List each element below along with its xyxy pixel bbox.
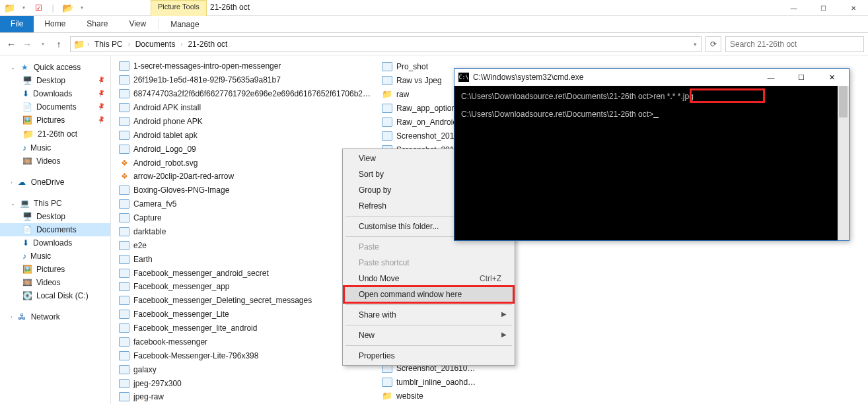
file-item[interactable]: Earth xyxy=(115,252,378,266)
search-input[interactable] xyxy=(730,40,859,49)
sidebar-item-pictures[interactable]: 🖼️Pictures xyxy=(0,114,110,127)
cmd-titlebar[interactable]: C:\ C:\Windows\system32\cmd.exe — ☐ ✕ xyxy=(454,69,849,86)
chevron-right-icon[interactable]: › xyxy=(127,41,131,48)
file-name: Facebook_messenger_Deleting_secret_messa… xyxy=(133,296,312,305)
file-item[interactable]: 687474703a2f2f6d6f6627761792e696e2e696d6… xyxy=(115,87,378,101)
file-name: Raw vs Jpeg xyxy=(396,76,442,85)
cmd-minimize-button[interactable]: — xyxy=(758,69,784,86)
file-item[interactable]: Facebook-Messenger-Lite-796x398 xyxy=(115,349,378,362)
close-button[interactable]: ✕ xyxy=(838,0,868,16)
file-name: Boxing-Gloves-PNG-Image xyxy=(133,185,229,195)
search-box[interactable] xyxy=(725,36,864,52)
recent-dropdown-icon[interactable]: ▾ xyxy=(36,37,50,51)
cmd-terminal[interactable]: C:\Users\Downloadsource.ret\Documents\21… xyxy=(454,86,849,240)
tab-file[interactable]: File xyxy=(0,16,34,32)
picture-tools-contextual-tab[interactable]: Picture Tools xyxy=(151,0,207,16)
sidebar-item-music[interactable]: ♪Music xyxy=(0,141,110,154)
file-item[interactable]: 1-secret-messages-intro-open-messenger xyxy=(115,59,378,73)
file-item[interactable]: Camera_fv5 xyxy=(115,197,378,211)
file-item[interactable]: jpeg-297x300 xyxy=(115,376,378,390)
file-item[interactable]: galaxy xyxy=(115,362,378,376)
cmd-close-button[interactable]: ✕ xyxy=(818,69,845,86)
onedrive-header[interactable]: › ☁ OneDrive xyxy=(0,176,110,189)
up-button[interactable]: ↑ xyxy=(52,37,66,51)
quick-access-header[interactable]: ⌄ ★ Quick access xyxy=(0,61,110,74)
sidebar-item-videos-pc[interactable]: 🎞️Videos xyxy=(0,276,110,289)
sidebar-item-documents-pc[interactable]: 📄Documents xyxy=(0,223,110,236)
ctx-share-with[interactable]: Share with▶ xyxy=(344,307,513,323)
file-item[interactable]: Boxing-Gloves-PNG-Image xyxy=(115,184,378,197)
sidebar-item-pictures-pc[interactable]: 🖼️Pictures xyxy=(0,263,110,276)
this-pc-label: This PC xyxy=(34,199,62,208)
sidebar-item-downloads-pc[interactable]: ⬇Downloads xyxy=(0,236,110,250)
file-item[interactable]: 📁website xyxy=(378,389,484,403)
image-file-icon xyxy=(119,254,129,265)
open-folder-icon[interactable]: 📂 xyxy=(61,1,74,15)
chevron-right-icon[interactable]: › xyxy=(86,41,90,48)
image-file-icon xyxy=(382,61,392,72)
cmd-scrollbar[interactable] xyxy=(838,86,849,240)
cmd-maximize-button[interactable]: ☐ xyxy=(788,69,814,86)
file-item[interactable]: Facebook_messenger_lite_android xyxy=(115,321,378,335)
image-file-icon xyxy=(119,281,129,292)
sidebar-item-videos[interactable]: 🎞️Videos xyxy=(0,154,110,168)
forward-button[interactable]: → xyxy=(20,37,34,51)
refresh-button[interactable]: ⟳ xyxy=(705,36,721,52)
qat-sep: | xyxy=(46,1,59,15)
file-item[interactable]: Android_Logo_09 xyxy=(115,142,378,156)
ctx-properties[interactable]: Properties xyxy=(344,348,513,364)
tab-manage[interactable]: Manage xyxy=(160,16,209,32)
address-dropdown-icon[interactable]: ▾ xyxy=(694,41,698,48)
qat-customize-icon[interactable]: ▾ xyxy=(75,1,89,15)
image-file-icon xyxy=(119,88,129,99)
file-item[interactable]: darktable xyxy=(115,225,378,239)
file-item[interactable]: ❖arrow-20clip-20art-red-arrow xyxy=(115,170,378,184)
file-item[interactable]: 26f19e1b-1e5d-481e-92f9-75635a9a81b7 xyxy=(115,73,378,87)
folder-icon[interactable]: 📁 xyxy=(3,1,16,15)
sidebar-item-label: Pictures xyxy=(36,265,65,274)
file-item[interactable]: tumblr_inline_oaohd5i8G21u7j5nv_1280 xyxy=(378,375,484,389)
breadcrumb-documents[interactable]: Documents xyxy=(133,40,178,49)
sidebar-item-desktop-pc[interactable]: 🖥️Desktop xyxy=(0,210,110,223)
this-pc-header[interactable]: ⌄ 💻 This PC xyxy=(0,197,110,210)
qat-dropdown-icon[interactable]: ▾ xyxy=(17,1,30,15)
sidebar-item-current-folder[interactable]: 📁21-26th oct xyxy=(0,127,110,141)
file-item[interactable]: Facebook_messenger_Lite xyxy=(115,308,378,321)
ctx-new[interactable]: New▶ xyxy=(344,327,513,343)
file-item[interactable]: Facebook_messenger_Deleting_secret_messa… xyxy=(115,294,378,308)
sidebar-item-downloads[interactable]: ⬇Downloads xyxy=(0,87,110,100)
minimize-button[interactable]: — xyxy=(779,0,809,16)
file-item[interactable]: Facebook_messenger_app xyxy=(115,280,378,294)
breadcrumb-current[interactable]: 21-26th oct xyxy=(185,40,230,49)
maximize-button[interactable]: ☐ xyxy=(809,0,838,16)
sidebar-item-music-pc[interactable]: ♪Music xyxy=(0,250,110,263)
sidebar-item-desktop[interactable]: 🖥️Desktop xyxy=(0,74,110,87)
ctx-open-command-window[interactable]: Open command window here xyxy=(344,286,513,302)
file-item[interactable]: Capture xyxy=(115,211,378,225)
sidebar-item-documents[interactable]: 📄Documents xyxy=(0,100,110,114)
chevron-right-icon[interactable]: › xyxy=(179,41,184,48)
tab-home[interactable]: Home xyxy=(34,16,76,32)
file-item[interactable]: e2e xyxy=(115,238,378,252)
properties-icon[interactable]: ☑ xyxy=(32,1,45,15)
file-item[interactable]: Android tablet apk xyxy=(115,128,378,142)
image-file-icon xyxy=(382,103,392,114)
cmd-scroll-thumb[interactable] xyxy=(839,86,848,118)
back-button[interactable]: ← xyxy=(4,37,18,51)
pictures-icon: 🖼️ xyxy=(22,265,32,274)
cmd-window: C:\ C:\Windows\system32\cmd.exe — ☐ ✕ C:… xyxy=(454,68,850,241)
ctx-undo-move[interactable]: Undo MoveCtrl+Z xyxy=(344,271,513,286)
breadcrumb-root[interactable]: This PC xyxy=(92,40,126,49)
network-header[interactable]: › 🖧 Network xyxy=(0,310,110,323)
sidebar-item-local-disk[interactable]: 💽Local Disk (C:) xyxy=(0,289,110,302)
address-bar[interactable]: 📁 › This PC › Documents › 21-26th oct ▾ xyxy=(70,36,702,52)
image-file-icon xyxy=(119,337,129,347)
file-item[interactable]: Facebook_messenger_android_secret xyxy=(115,266,378,280)
file-item[interactable]: Android APK install xyxy=(115,101,378,115)
file-item[interactable]: facebook-messenger xyxy=(115,335,378,349)
tab-view[interactable]: View xyxy=(118,16,157,32)
file-item[interactable]: jpeg-raw xyxy=(115,390,378,404)
file-item[interactable]: ❖Android_robot.svg xyxy=(115,156,378,170)
file-item[interactable]: Android phone APK xyxy=(115,115,378,129)
tab-share[interactable]: Share xyxy=(76,16,118,32)
